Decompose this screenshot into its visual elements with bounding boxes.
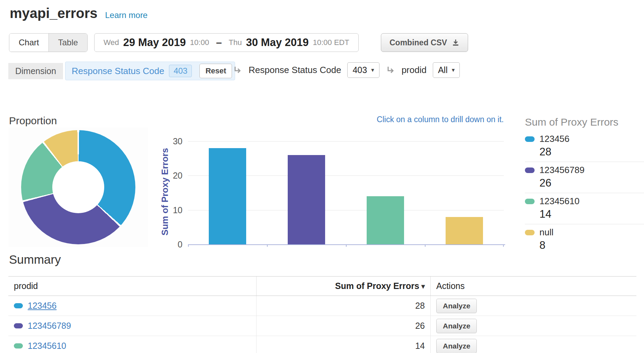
column-header-actions: Actions	[430, 277, 636, 296]
cell-value: 28	[256, 296, 430, 316]
date-end-time: 10:00 EDT	[313, 38, 349, 47]
chevron-down-icon: ▾	[452, 66, 455, 74]
legend-item: 12345678926	[525, 162, 644, 193]
column-header-sum[interactable]: Sum of Proxy Errors ▾	[256, 277, 430, 296]
combined-csv-button[interactable]: Combined CSV	[381, 33, 468, 52]
cell-prodid: 123456789	[8, 316, 256, 336]
date-range-picker[interactable]: Wed 29 May 2019 10:00 – Thu 30 May 2019 …	[94, 33, 359, 52]
legend-item: null8	[525, 224, 644, 255]
applied-filter-value-badge: 403	[169, 65, 192, 77]
bar-null[interactable]	[446, 217, 483, 244]
date-end-date: 30 May 2019	[246, 36, 309, 49]
drilldown-arrow-icon	[233, 65, 242, 75]
legend-swatch	[525, 168, 535, 173]
date-start-time: 10:00	[190, 38, 209, 47]
prodid-dropdown[interactable]: All ▾	[433, 62, 460, 78]
prodid-link[interactable]: 12345610	[28, 341, 66, 351]
learn-more-link[interactable]: Learn more	[105, 10, 147, 20]
tab-table[interactable]: Table	[48, 34, 87, 52]
x-axis-line	[188, 244, 505, 245]
bar-plot: 0102030	[188, 138, 504, 245]
legend-swatch	[525, 199, 535, 204]
bar-12345610[interactable]	[367, 196, 404, 244]
legend-swatch	[525, 230, 535, 235]
cell-actions: Analyze	[430, 336, 636, 353]
applied-filter-name[interactable]: Response Status Code	[72, 66, 164, 76]
tab-chart[interactable]: Chart	[9, 34, 48, 52]
prodid-dropdown-value: All	[438, 65, 448, 75]
series-color-dot	[14, 323, 23, 328]
page-title: myapi_errors	[10, 6, 97, 21]
drilldown-hint: Click on a column to drill down on it.	[343, 115, 504, 124]
legend-items: 12345628123456789261234561014null8	[525, 131, 644, 255]
table-body: 12345628Analyze12345678926Analyze1234561…	[8, 296, 636, 353]
bar-123456789[interactable]	[288, 155, 325, 244]
x-tick	[425, 244, 426, 247]
cell-prodid: 123456	[8, 296, 256, 316]
drilldown-controls: Response Status Code 403 ▾ prodid All ▾	[233, 62, 460, 78]
y-tick-label: 0	[178, 239, 182, 250]
table-row: 12345678926Analyze	[8, 316, 636, 336]
bar-123456[interactable]	[209, 148, 246, 244]
column-header-prodid: prodid	[8, 277, 256, 296]
legend-label: 123456	[539, 134, 570, 144]
sort-desc-icon: ▾	[421, 282, 425, 290]
x-tick	[346, 244, 347, 247]
date-start-date: 29 May 2019	[123, 36, 186, 49]
view-toggle: Chart Table	[9, 33, 88, 52]
cell-actions: Analyze	[430, 316, 636, 336]
series-color-dot	[14, 343, 23, 349]
legend-title: Sum of Proxy Errors	[525, 116, 644, 128]
download-icon	[452, 39, 459, 46]
legend-item: 12345628	[525, 131, 644, 162]
legend-value: 28	[525, 146, 644, 158]
drilldown-arrow-icon	[386, 65, 395, 75]
legend-item: 1234561014	[525, 193, 644, 224]
chevron-down-icon: ▾	[371, 66, 374, 74]
column-header-sum-label: Sum of Proxy Errors	[335, 281, 419, 291]
chart-legend: Sum of Proxy Errors 12345628123456789261…	[525, 116, 644, 255]
drilldown-name-status-code: Response Status Code	[249, 65, 341, 75]
proportion-label: Proportion	[9, 115, 57, 127]
legend-label: 123456789	[539, 165, 584, 175]
legend-value: 14	[525, 208, 644, 220]
x-tick	[188, 244, 189, 247]
analyze-button[interactable]: Analyze	[436, 299, 477, 313]
analyze-button[interactable]: Analyze	[436, 339, 477, 353]
cell-value: 14	[256, 336, 430, 353]
proportion-donut-panel	[8, 127, 148, 247]
reset-button[interactable]: Reset	[199, 64, 232, 78]
header: myapi_errors Learn more	[10, 6, 147, 21]
legend-label: null	[539, 227, 553, 238]
prodid-link[interactable]: 123456	[28, 301, 56, 311]
cell-value: 26	[256, 316, 430, 336]
summary-title: Summary	[9, 253, 61, 266]
status-code-dropdown-value: 403	[352, 65, 367, 75]
dimension-label: Dimension	[8, 63, 63, 79]
date-range-separator: –	[216, 37, 222, 48]
y-tick-label: 30	[173, 136, 182, 146]
prodid-link[interactable]: 123456789	[28, 321, 71, 331]
table-row: 1234561014Analyze	[8, 336, 636, 353]
summary-table: prodid Sum of Proxy Errors ▾ Actions 123…	[8, 276, 636, 353]
legend-swatch	[525, 136, 535, 142]
status-code-dropdown[interactable]: 403 ▾	[347, 62, 379, 78]
legend-value: 26	[525, 177, 644, 189]
series-color-dot	[14, 303, 23, 308]
cell-actions: Analyze	[430, 296, 636, 316]
applied-filter-chip: Response Status Code 403 Reset	[65, 62, 235, 80]
y-tick-label: 10	[173, 205, 182, 215]
table-header: prodid Sum of Proxy Errors ▾ Actions	[8, 276, 636, 296]
date-end-day: Thu	[229, 38, 242, 47]
donut-chart	[21, 130, 135, 244]
table-row: 12345628Analyze	[8, 296, 636, 316]
report-page: myapi_errors Learn more Chart Table Wed …	[0, 0, 644, 353]
gridline	[188, 141, 504, 142]
legend-value: 8	[525, 239, 644, 252]
legend-label: 12345610	[539, 196, 580, 207]
drilldown-name-prodid: prodid	[402, 65, 427, 75]
csv-button-label: Combined CSV	[390, 38, 447, 47]
date-start-day: Wed	[104, 38, 119, 47]
analyze-button[interactable]: Analyze	[436, 319, 477, 333]
x-tick	[503, 244, 504, 247]
